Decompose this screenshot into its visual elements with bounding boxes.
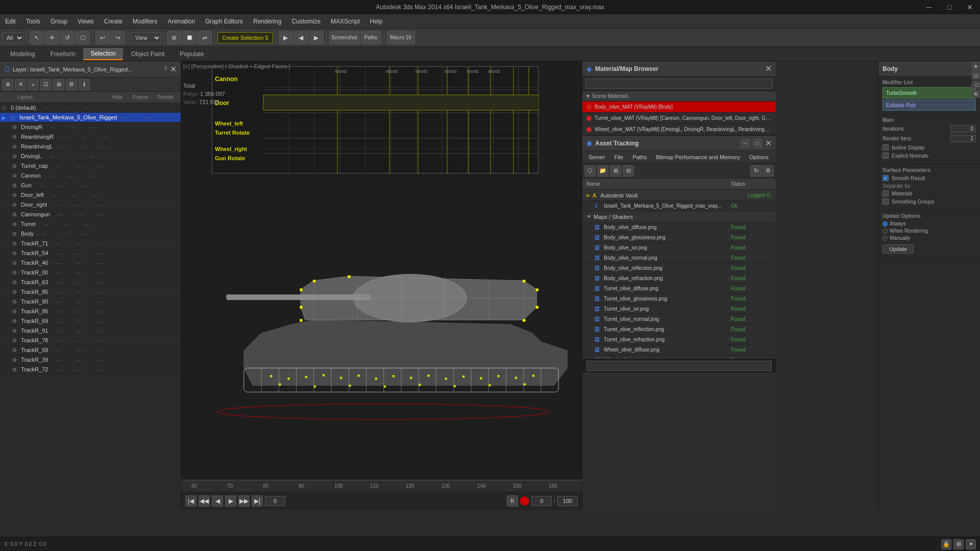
layer-row[interactable]: ⚙ TrackR_00 — — —	[0, 268, 181, 278]
go-end-btn[interactable]: ▶|	[252, 495, 263, 507]
menu-tools[interactable]: Tools	[21, 16, 45, 27]
asset-item[interactable]: 🖼 Turret_olive_reflection.png Found	[582, 324, 776, 335]
view-ctrl-4[interactable]: ⊞	[972, 90, 980, 98]
asset-item[interactable]: 3 Israeli_Tank_Merkava_5_Olive_Rigged_ma…	[582, 201, 776, 211]
asset-item[interactable]: 🖼 Turret_olive_glossiness.png Found	[582, 294, 776, 304]
key-mode-btn[interactable]: K	[507, 495, 518, 507]
menu-views[interactable]: Views	[72, 16, 99, 27]
material-item[interactable]: Body_olive_MAT (VRayMtl) [Body]	[582, 102, 776, 113]
asset-tb-btn-4[interactable]: ⊟	[623, 165, 634, 177]
asset-group[interactable]: ▶ A Autodesk Vault Logged O.	[582, 190, 776, 201]
layer-row[interactable]: ⚙ Turret — — —	[0, 219, 181, 229]
layer-row[interactable]: ⚙ TrackR_69 — — —	[0, 316, 181, 326]
layer-close-btn[interactable]: ✕	[170, 64, 177, 74]
mirror-btn[interactable]: ⇌	[198, 31, 212, 44]
layer-row[interactable]: ⚙ Cannongun — — —	[0, 210, 181, 219]
layer-row[interactable]: ⚙ Turret_cap — — —	[0, 161, 181, 171]
layer-row[interactable]: ⚙ TrackR_63 — — —	[0, 278, 181, 287]
asset-refresh-btn[interactable]: ↻	[750, 165, 762, 177]
info-btn[interactable]: ℹ	[79, 79, 90, 90]
settings-btn[interactable]: ⚙	[66, 79, 77, 90]
render-iters-input[interactable]	[950, 135, 976, 142]
create-selection-btn[interactable]: Create Selection 5	[217, 32, 273, 43]
layer-row[interactable]: ⚙ Door_left — — —	[0, 190, 181, 200]
iterations-input[interactable]	[950, 125, 976, 133]
layer-row[interactable]: ⚙ TrackR_59 — — —	[0, 345, 181, 355]
layer-row[interactable]: ⚙ Cannon — — —	[0, 171, 181, 181]
layer-row[interactable]: ⚙ ReardrivingL — — —	[0, 142, 181, 152]
menu-create[interactable]: Create	[99, 16, 128, 27]
smoothing-groups-checkbox[interactable]	[883, 198, 889, 205]
layer-row[interactable]: ⚙ TrackR_54 — — —	[0, 248, 181, 258]
redo-btn[interactable]: ↪	[111, 31, 125, 44]
asset-group[interactable]: ▼ Maps / Shaders	[582, 211, 776, 222]
asset-item[interactable]: 🖼 Wheel_olive_diffuse.png Found	[582, 345, 776, 355]
asset-item[interactable]: 🖼 Turret_olive_diffuse.png Found	[582, 284, 776, 294]
layer-row[interactable]: ⚙ TrackR_40 — — —	[0, 258, 181, 268]
manually-radio[interactable]	[883, 236, 888, 241]
select-btn[interactable]: ↖	[30, 31, 44, 44]
paths-btn[interactable]: Paths	[361, 31, 381, 44]
menu-animation[interactable]: Animation	[163, 16, 200, 27]
asset-menu-server[interactable]: Server	[584, 153, 609, 161]
new-layer-btn[interactable]: ⊕	[2, 79, 13, 90]
asset-tracking-close[interactable]: ✕	[765, 138, 772, 148]
view-dropdown[interactable]: View	[131, 32, 161, 43]
align-btn[interactable]: ⊕	[167, 31, 181, 44]
merge-btn[interactable]: ⊞	[53, 79, 64, 90]
menu-maxscript[interactable]: MAXScript	[326, 16, 365, 27]
layer-row[interactable]: ⚙ TrackR_85 — — —	[0, 287, 181, 297]
status-snap-btn[interactable]: ✦	[966, 539, 976, 549]
asset-maximize-btn[interactable]: □	[753, 139, 762, 148]
close-btn[interactable]: ✕	[960, 0, 980, 14]
menu-edit[interactable]: Edit	[0, 16, 21, 27]
maximize-btn[interactable]: □	[939, 0, 960, 14]
material-search-input[interactable]	[585, 79, 773, 89]
asset-item[interactable]: 🖼 Body_olive_reflection.png Found	[582, 263, 776, 273]
asset-path-input[interactable]	[586, 361, 772, 371]
add-selection-btn[interactable]: +	[28, 79, 39, 90]
current-frame-input[interactable]	[265, 496, 285, 506]
tab-populate[interactable]: Populate	[173, 48, 211, 60]
layer-row[interactable]: ⚙ Body — — —	[0, 229, 181, 239]
go-start-btn[interactable]: |◀	[185, 495, 197, 507]
asset-menu-bitmap[interactable]: Bitmap Performance and Memory	[652, 153, 744, 161]
update-button[interactable]: Update	[883, 244, 914, 254]
asset-item[interactable]: 🖼 Body_olive_normal.png Found	[582, 253, 776, 263]
asset-item[interactable]: 🖼 Body_olive_glossiness.png Found	[582, 233, 776, 243]
mode-dropdown[interactable]: All	[2, 32, 24, 43]
isoline-checkbox[interactable]	[883, 144, 889, 151]
asset-menu-paths[interactable]: Paths	[628, 153, 651, 161]
play-fwd-btn[interactable]: ▶	[225, 495, 236, 507]
layer-row[interactable]: ⬡ 0 (default) — — —	[0, 103, 181, 113]
layer-row[interactable]: ⚙ DrivingR — — —	[0, 122, 181, 132]
rotate-btn[interactable]: ↺	[60, 31, 75, 44]
menu-rendering[interactable]: Rendering	[248, 16, 286, 27]
layer-row[interactable]: ▶ ⬡ Israeli_Tank_Merkava_5_Olive_Rigged …	[0, 113, 181, 122]
asset-tb-btn-3[interactable]: ⊞	[610, 165, 621, 177]
play-reverse-btn[interactable]: ◀	[212, 495, 223, 507]
tab-object-paint[interactable]: Object Paint	[124, 48, 172, 60]
asset-item[interactable]: 🖼 Body_olive_ior.png Found	[582, 243, 776, 253]
editable-poly-modifier[interactable]: Editable Poly	[883, 99, 976, 111]
layer-row[interactable]: ⚙ TrackR_78 — — —	[0, 336, 181, 345]
layer-row[interactable]: ⚙ TrackR_90 — — —	[0, 297, 181, 307]
view-ctrl-1[interactable]: ⊕	[972, 62, 980, 70]
layer-row[interactable]: ⚙ TrackR_72 — — —	[0, 365, 181, 374]
material-item[interactable]: Turret_olive_MAT (VRayMtl) [Cannon, Cann…	[582, 113, 776, 124]
asset-menu-options[interactable]: Options	[745, 153, 773, 161]
menu-help[interactable]: Help	[365, 16, 388, 27]
next-key-btn[interactable]: ▶▶	[238, 495, 250, 507]
asset-tb-btn-2[interactable]: 📁	[597, 165, 608, 177]
menu-group[interactable]: Group	[45, 16, 72, 27]
layer-row[interactable]: ⚙ TrackR_91 — — —	[0, 326, 181, 336]
delete-layer-btn[interactable]: ✕	[15, 79, 26, 90]
asset-item[interactable]: 🖼 Wheel_olive_glossiness.png Found	[582, 355, 776, 358]
menu-modifiers[interactable]: Modifiers	[128, 16, 163, 27]
layer-row[interactable]: ⚙ ReardrivingR — — —	[0, 132, 181, 142]
status-grid-btn[interactable]: ⊞	[953, 539, 964, 549]
view-ctrl-3[interactable]: ◻	[972, 81, 980, 89]
layer-row[interactable]: ⚙ TrackR_39 — — —	[0, 355, 181, 365]
undo-btn[interactable]: ↩	[95, 31, 110, 44]
material-browser-close[interactable]: ✕	[765, 64, 772, 73]
